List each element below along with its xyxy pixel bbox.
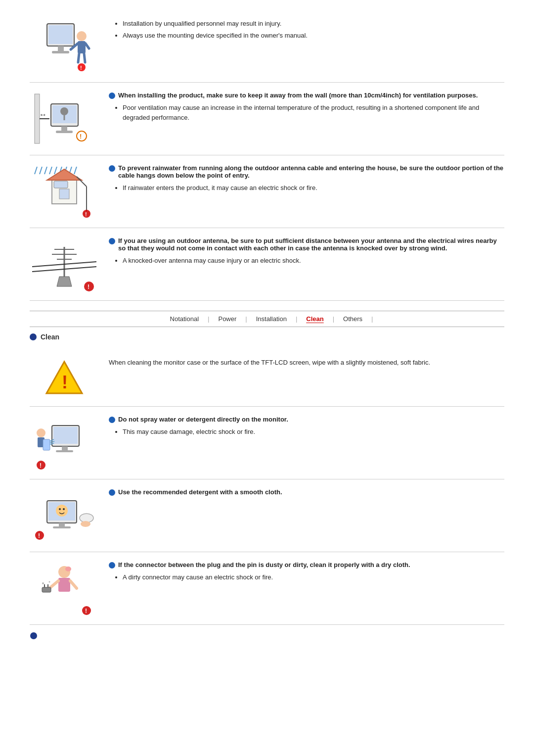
bullet-connector: A dirty connector may cause an electric …: [123, 572, 504, 582]
illus-connector: !: [32, 561, 96, 615]
svg-rect-5: [78, 41, 86, 53]
section-clean-wipe: ! When cleaning the monitor case or the …: [30, 349, 504, 407]
text-col-1: Installation by unqualified personnel ma…: [109, 19, 504, 42]
svg-rect-12: [35, 94, 40, 143]
svg-line-36: [77, 177, 87, 187]
svg-line-26: [44, 167, 47, 174]
bullet-ventilation: Poor ventilation may cause an increase i…: [123, 103, 504, 122]
clean-detergent-text: Use the recommended detergent with a smo…: [109, 488, 504, 500]
illus-detergent: !: [32, 488, 96, 543]
clean-heading-label: Clean: [41, 333, 59, 341]
clean-wipe-text: When cleaning the monitor case or the su…: [109, 358, 504, 372]
section-clean-no-spray: ! Do not spray water or detergent direct…: [30, 407, 504, 479]
svg-line-28: [54, 167, 57, 174]
section-clean-detergent: ! Use the recommended detergent with a s…: [30, 479, 504, 552]
blue-dot-ventilation: [109, 93, 115, 99]
illus-antenna: !: [32, 237, 96, 291]
svg-line-27: [49, 167, 52, 174]
illus-ventilation: ↔ !: [32, 92, 96, 146]
nav-bar: Notational | Power | Installation | Clea…: [30, 311, 504, 327]
illus-rainwater: !: [32, 164, 96, 219]
svg-text:!: !: [80, 65, 82, 71]
antenna-heading: If you are using an outdoor antenna, be …: [109, 237, 504, 252]
svg-point-76: [65, 567, 71, 571]
bullet-rainwater: If rainwater enters the product, it may …: [123, 183, 504, 193]
nav-notational[interactable]: Notational: [161, 315, 208, 323]
svg-rect-2: [58, 46, 64, 51]
text-col-2: When installing the product, make sure t…: [109, 92, 504, 124]
svg-text:!: !: [40, 462, 42, 469]
svg-rect-53: [53, 427, 78, 444]
nav-others[interactable]: Others: [334, 315, 371, 323]
bullet-mounting: Always use the mounting device specified…: [123, 31, 504, 41]
svg-line-24: [35, 167, 37, 174]
svg-line-8: [78, 53, 79, 62]
image-col-3: !: [30, 164, 109, 219]
no-spray-heading: Do not spray water or detergent directly…: [109, 416, 504, 423]
text-col-4: If you are using an outdoor antenna, be …: [109, 237, 504, 268]
image-col-1: !: [30, 19, 109, 73]
image-col-4: !: [30, 237, 109, 291]
svg-point-4: [77, 31, 87, 41]
svg-text:!: !: [85, 608, 87, 614]
svg-rect-77: [58, 578, 70, 592]
svg-text:!: !: [88, 284, 89, 290]
svg-text:!: !: [80, 133, 82, 140]
bottom-blue-dot: [30, 632, 38, 640]
svg-rect-54: [62, 446, 68, 450]
svg-point-72: [81, 521, 90, 527]
svg-rect-55: [56, 450, 73, 452]
svg-rect-21: [56, 131, 73, 133]
svg-rect-70: [53, 526, 71, 528]
svg-line-32: [74, 167, 77, 174]
bullet-unqualified: Installation by unqualified personnel ma…: [123, 19, 504, 29]
image-col-2: ↔ !: [30, 92, 109, 146]
bottom-dot-row: [30, 625, 504, 644]
svg-text:!: !: [85, 211, 87, 217]
clean-heading: Clean: [30, 333, 504, 341]
svg-marker-45: [57, 277, 72, 286]
svg-rect-1: [48, 25, 73, 44]
page-container: ! Installation by unqualified personnel …: [0, 0, 534, 654]
svg-rect-20: [61, 126, 67, 131]
clean-connector-text: If the connector between the plug and th…: [109, 561, 504, 584]
blue-dot-connector: [109, 562, 115, 568]
nav-sep-5: |: [371, 315, 373, 323]
svg-point-17: [60, 107, 68, 115]
section-outdoor-antenna: ! If you are using an outdoor antenna, b…: [30, 228, 504, 301]
rainwater-heading: To prevent rainwater from running along …: [109, 164, 504, 179]
svg-rect-69: [59, 523, 65, 527]
clean-connector-img: !: [30, 561, 109, 615]
svg-point-67: [59, 508, 61, 510]
nav-power[interactable]: Power: [209, 315, 245, 323]
svg-line-25: [40, 167, 42, 174]
text-col-3: To prevent rainwater from running along …: [109, 164, 504, 195]
warning-triangle-icon: !: [44, 358, 84, 397]
svg-point-66: [56, 505, 68, 517]
clean-heading-dot: [30, 333, 37, 340]
section-clean-connector: ! If the connector between the plug and …: [30, 552, 504, 625]
svg-line-9: [84, 53, 85, 62]
svg-rect-58: [43, 439, 50, 450]
svg-text:!: !: [38, 532, 40, 539]
svg-point-56: [37, 428, 45, 437]
detergent-heading: Use the recommended detergent with a smo…: [109, 488, 504, 496]
svg-line-79: [70, 581, 77, 588]
clean-no-spray-text: Do not spray water or detergent directly…: [109, 416, 504, 439]
section-installation-unqualified: ! Installation by unqualified personnel …: [30, 10, 504, 83]
nav-clean[interactable]: Clean: [297, 315, 332, 323]
svg-rect-38: [54, 181, 68, 188]
svg-rect-80: [42, 587, 51, 592]
clean-detergent-img: !: [30, 488, 109, 543]
blue-dot-detergent: [109, 489, 115, 496]
svg-line-7: [86, 44, 89, 48]
svg-point-84: [49, 581, 50, 583]
nav-installation[interactable]: Installation: [247, 315, 296, 323]
svg-text:↔: ↔: [39, 110, 47, 119]
svg-point-68: [63, 508, 65, 510]
blue-dot-rainwater: [109, 165, 115, 172]
svg-text:!: !: [62, 372, 68, 392]
svg-line-78: [49, 581, 58, 588]
section-rainwater: ! To prevent rainwater from running alon…: [30, 155, 504, 228]
svg-rect-35: [59, 189, 69, 199]
